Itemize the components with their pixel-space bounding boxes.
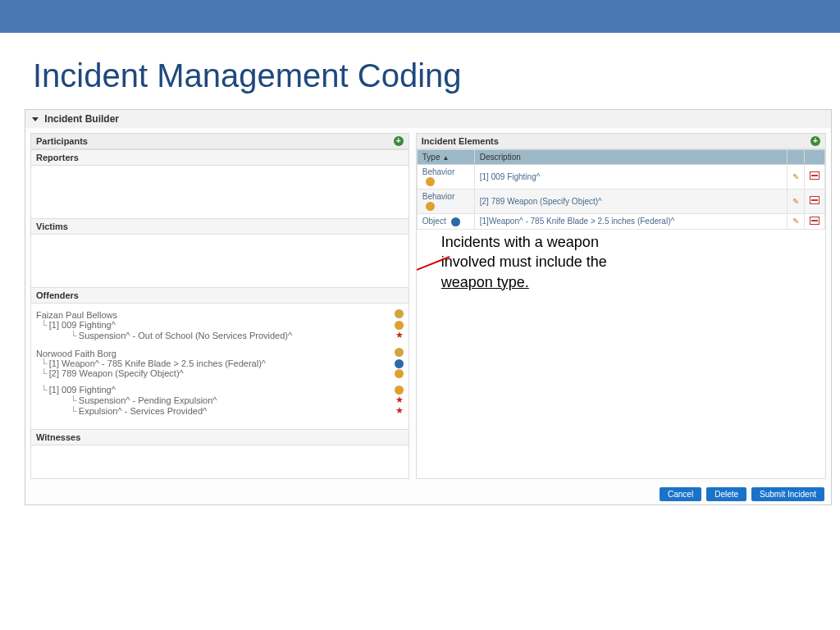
- col-type[interactable]: Type▲: [417, 150, 474, 165]
- table-row[interactable]: Behavior [1] 009 Fighting^✎: [417, 165, 824, 189]
- edit-icon[interactable]: ✎: [792, 217, 799, 226]
- offender-subline[interactable]: Suspension^ - Pending Expulsion^★: [36, 395, 404, 405]
- witnesses-header: Witnesses: [31, 429, 409, 445]
- participants-panel: Participants + Reporters Victims Offende…: [30, 133, 409, 479]
- row-type: Behavior: [422, 192, 454, 201]
- victims-list: [31, 235, 409, 287]
- star-icon: ★: [395, 405, 404, 416]
- cube-icon: [395, 359, 404, 368]
- offender-name[interactable]: Norwood Faith Borg: [36, 345, 404, 358]
- col-delete: [805, 150, 825, 165]
- sort-asc-icon: ▲: [442, 154, 449, 162]
- offender-line[interactable]: [2] 789 Weapon (Specify Object)^: [36, 368, 404, 378]
- hand-icon: [395, 369, 404, 378]
- elements-panel: Incident Elements + Type▲ Description Be…: [416, 133, 826, 479]
- caret-down-icon: [32, 117, 39, 121]
- elements-title: Incident Elements: [422, 136, 499, 146]
- builder-header-label: Incident Builder: [44, 113, 119, 125]
- offender-line[interactable]: [1] Weapon^ - 785 Knife Blade > 2.5 inch…: [36, 358, 404, 368]
- hand-icon: [426, 177, 435, 186]
- builder-header[interactable]: Incident Builder: [25, 110, 831, 128]
- reporters-list: [31, 166, 409, 218]
- edit-icon[interactable]: ✎: [792, 172, 799, 181]
- participants-title: Participants: [36, 136, 88, 146]
- star-icon: ★: [395, 330, 404, 340]
- button-bar: Cancel Delete Submit Incident: [25, 484, 831, 504]
- offender-line[interactable]: [1] 009 Fighting^: [36, 385, 404, 395]
- offender-subline[interactable]: Expulsion^ - Services Provided^★: [36, 405, 404, 416]
- delete-button[interactable]: Delete: [706, 487, 746, 501]
- reporters-header: Reporters: [31, 149, 409, 166]
- row-desc: [1] 009 Fighting^: [474, 165, 787, 189]
- submit-button[interactable]: Submit Incident: [751, 487, 824, 501]
- col-desc[interactable]: Description: [474, 150, 787, 165]
- delete-icon[interactable]: [810, 171, 819, 180]
- person-icon: [395, 348, 404, 357]
- row-desc: [2] 789 Weapon (Specify Object)^: [474, 189, 787, 213]
- person-icon: [395, 309, 404, 318]
- delete-icon[interactable]: [810, 196, 819, 204]
- witnesses-list: [31, 445, 409, 478]
- offenders-header: Offenders: [31, 287, 409, 304]
- offenders-list: Faizan Paul Bellows[1] 009 Fighting^Susp…: [31, 304, 409, 429]
- elements-table: Type▲ Description Behavior [1] 009 Fight…: [417, 149, 825, 230]
- hand-icon: [395, 386, 404, 395]
- participants-header: Participants +: [31, 134, 409, 149]
- incident-builder-app: Incident Builder Participants + Reporter…: [25, 109, 832, 505]
- cancel-button[interactable]: Cancel: [660, 487, 701, 501]
- star-icon: ★: [395, 395, 404, 405]
- offender-line[interactable]: [1] 009 Fighting^: [36, 320, 404, 330]
- hand-icon: [395, 321, 404, 330]
- victims-header: Victims: [31, 218, 409, 235]
- slide-top-bar: [0, 0, 840, 33]
- elements-header: Incident Elements +: [417, 134, 825, 149]
- row-type: Object: [422, 217, 446, 226]
- cube-icon: [451, 217, 460, 226]
- offender-name[interactable]: Faizan Paul Bellows: [36, 307, 404, 320]
- col-edit: [788, 150, 805, 165]
- delete-icon[interactable]: [810, 217, 819, 225]
- slide-title: Incident Management Coding: [33, 57, 807, 94]
- hand-icon: [426, 202, 435, 211]
- annotation-note: Incidents with a weapon involved must in…: [441, 232, 607, 292]
- add-participant-icon[interactable]: +: [394, 136, 404, 146]
- table-row[interactable]: Behavior [2] 789 Weapon (Specify Object)…: [417, 189, 824, 213]
- offender-subline[interactable]: Suspension^ - Out of School (No Services…: [36, 330, 404, 340]
- row-type: Behavior: [422, 167, 454, 176]
- row-desc: [1]Weapon^ - 785 Knife Blade > 2.5 inche…: [474, 213, 787, 229]
- add-element-icon[interactable]: +: [810, 136, 820, 146]
- edit-icon[interactable]: ✎: [792, 197, 799, 206]
- table-row[interactable]: Object [1]Weapon^ - 785 Knife Blade > 2.…: [417, 213, 824, 229]
